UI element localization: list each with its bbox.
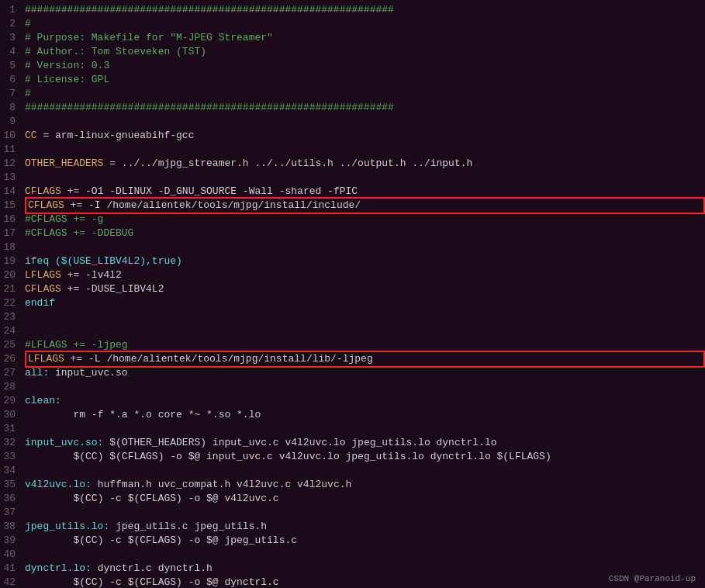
line-content: CFLAGS += -I /home/alientek/tools/mjpg/i… [25,197,705,214]
code-line: 42 $(CC) -c $(CFLAGS) -o $@ dynctrl.c [0,576,705,588]
code-line: 39 $(CC) -c $(CFLAGS) -o $@ jpeg_utils.c [0,534,705,548]
line-content: CC = arm-linux-gnueabihf-gcc [25,129,705,143]
line-content: # [25,17,705,31]
code-line: 37 [0,506,705,520]
code-line: 34 [0,464,705,478]
line-number: 17 [0,227,25,240]
code-line: 32input_uvc.so: $(OTHER_HEADERS) input_u… [0,436,705,450]
line-number: 35 [0,478,25,492]
line-number: 39 [0,534,25,548]
code-line: 15CFLAGS += -I /home/alientek/tools/mjpg… [0,199,705,213]
code-line: 11 [0,143,705,157]
code-line: 19ifeq ($(USE_LIBV4L2),true) [0,254,705,268]
line-number: 32 [0,436,25,450]
line-number: 40 [0,548,25,562]
code-line: 20LFLAGS += -lv4l2 [0,268,705,282]
code-line: 36 $(CC) -c $(CFLAGS) -o $@ v4l2uvc.c [0,492,705,506]
line-content: CFLAGS += -DUSE_LIBV4L2 [25,282,705,296]
line-content: OTHER_HEADERS = ../../mjpg_streamer.h ..… [25,157,705,171]
line-number: 1 [0,3,25,17]
line-content: # Version: 0.3 [25,59,705,73]
code-line: 33 $(CC) $(CFLAGS) -o $@ input_uvc.c v4l… [0,450,705,464]
line-number: 7 [0,87,25,101]
code-line: 10CC = arm-linux-gnueabihf-gcc [0,129,705,143]
line-number: 19 [0,254,25,268]
code-line: 26LFLAGS += -L /home/alientek/tools/mjpg… [0,352,705,366]
line-number: 37 [0,506,25,520]
line-content: #CFLAGS += -DDEBUG [25,227,705,240]
code-area: 1#######################################… [0,0,705,588]
line-content: clean: [25,394,705,408]
code-line: 28 [0,380,705,394]
code-line: 12OTHER_HEADERS = ../../mjpg_streamer.h … [0,157,705,171]
line-content: ifeq ($(USE_LIBV4L2),true) [25,254,705,268]
line-content: # License: GPL [25,73,705,87]
code-line: 40 [0,548,705,562]
line-content: rm -f *.a *.o core *~ *.so *.lo [25,408,705,422]
code-line: 2# [0,17,705,31]
line-number: 28 [0,380,25,394]
line-number: 27 [0,366,25,380]
line-content: all: input_uvc.so [25,366,705,380]
code-line: 17#CFLAGS += -DDEBUG [0,227,705,240]
line-content: v4l2uvc.lo: huffman.h uvc_compat.h v4l2u… [25,478,705,492]
line-number: 41 [0,562,25,576]
line-content: $(CC) $(CFLAGS) -o $@ input_uvc.c v4l2uv… [25,450,705,464]
line-content: ########################################… [25,3,705,17]
line-content: $(CC) -c $(CFLAGS) -o $@ jpeg_utils.c [25,534,705,548]
line-content: LFLAGS += -L /home/alientek/tools/mjpg/i… [25,351,705,368]
line-number: 12 [0,157,25,171]
code-line: 5# Version: 0.3 [0,59,705,73]
line-number: 6 [0,73,25,87]
line-number: 9 [0,115,25,129]
line-number: 8 [0,101,25,115]
line-number: 31 [0,422,25,436]
line-content: #CFLAGS += -g [25,213,705,227]
line-number: 20 [0,268,25,282]
line-content: input_uvc.so: $(OTHER_HEADERS) input_uvc… [25,436,705,450]
line-content: ########################################… [25,101,705,115]
code-line: 38jpeg_utils.lo: jpeg_utils.c jpeg_utils… [0,520,705,534]
line-number: 22 [0,296,25,310]
code-line: 6# License: GPL [0,73,705,87]
line-number: 23 [0,310,25,324]
line-content: # [25,87,705,101]
code-line: 27all: input_uvc.so [0,366,705,380]
line-number: 33 [0,450,25,464]
line-number: 10 [0,129,25,143]
line-content: # Author.: Tom Stoeveken (TST) [25,45,705,59]
code-line: 7# [0,87,705,101]
code-line: 9 [0,115,705,129]
line-number: 16 [0,213,25,227]
line-content: LFLAGS += -lv4l2 [25,268,705,282]
line-content: jpeg_utils.lo: jpeg_utils.c jpeg_utils.h [25,520,705,534]
line-content: dynctrl.lo: dynctrl.c dynctrl.h [25,562,705,576]
line-number: 3 [0,31,25,45]
line-number: 25 [0,338,25,352]
line-number: 30 [0,408,25,422]
line-number: 4 [0,45,25,59]
line-number: 42 [0,576,25,588]
line-number: 24 [0,324,25,338]
line-number: 36 [0,492,25,506]
editor-container: 1#######################################… [0,0,705,588]
line-number: 38 [0,520,25,534]
code-line: 8#######################################… [0,101,705,115]
line-content: $(CC) -c $(CFLAGS) -o $@ v4l2uvc.c [25,492,705,506]
line-number: 34 [0,464,25,478]
line-number: 18 [0,240,25,254]
code-line: 13 [0,171,705,185]
line-number: 2 [0,17,25,31]
code-line: 41dynctrl.lo: dynctrl.c dynctrl.h [0,562,705,576]
code-line: 31 [0,422,705,436]
code-line: 21CFLAGS += -DUSE_LIBV4L2 [0,282,705,296]
line-number: 15 [0,199,25,213]
code-line: 23 [0,310,705,324]
code-line: 1#######################################… [0,3,705,17]
code-line: 3# Purpose: Makefile for "M-JPEG Streame… [0,31,705,45]
code-line: 30 rm -f *.a *.o core *~ *.so *.lo [0,408,705,422]
code-line: 35v4l2uvc.lo: huffman.h uvc_compat.h v4l… [0,478,705,492]
line-number: 5 [0,59,25,73]
line-number: 26 [0,352,25,366]
line-number: 21 [0,282,25,296]
